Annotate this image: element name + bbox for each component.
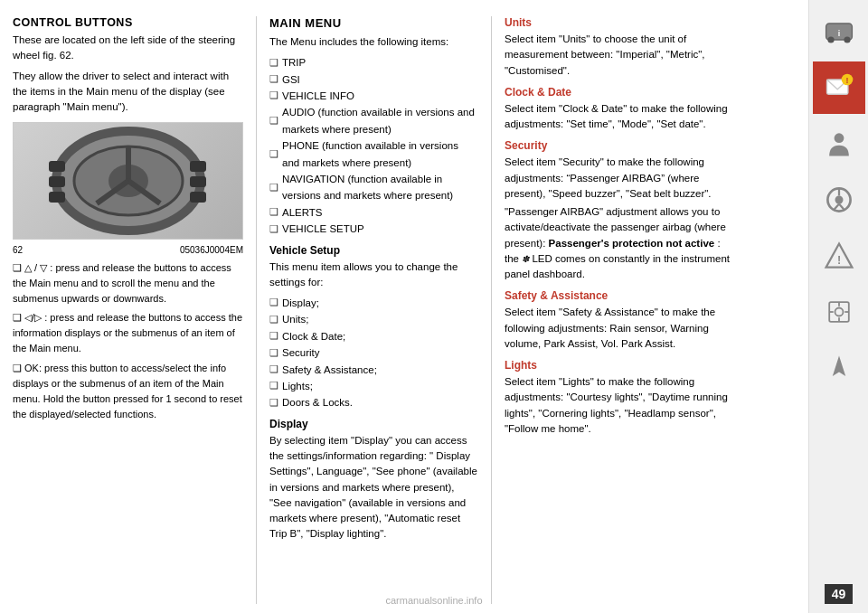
sidebar-icon-car-info[interactable]: i — [813, 5, 865, 58]
sidebar-icon-message[interactable]: ! — [813, 61, 865, 114]
steering-wheel-image — [13, 122, 243, 240]
sidebar-icon-navigation[interactable] — [813, 342, 865, 394]
clock-heading: Clock & Date — [505, 86, 736, 99]
menu-item-alerts: ❑ALERTS — [269, 204, 478, 221]
vehicle-setup-title: Vehicle Setup — [269, 244, 478, 257]
left-title: CONTROL BUTTONS — [13, 16, 243, 29]
sidebar-icon-warning[interactable]: ! — [813, 230, 865, 282]
caption-right: 05036J0004EM — [180, 245, 243, 255]
sidebar-icon-steering[interactable] — [813, 174, 865, 226]
left-para-1: These are located on the left side of th… — [13, 33, 243, 64]
menu-item-vehicle-setup: ❑VEHICLE SETUP — [269, 221, 478, 237]
menu-item-vehicle-info: ❑VEHICLE INFO — [269, 88, 478, 104]
symbol-ok: ❑ OK: press this button to access/select… — [13, 361, 243, 422]
clock-text: Select item "Clock & Date" to make the f… — [505, 101, 736, 133]
menu-item-gsi: ❑GSI — [269, 71, 478, 88]
menu-intro: The Menu includes the following items: — [269, 34, 478, 50]
page-number: 49 — [825, 584, 854, 604]
menu-item-audio: ❑AUDIO (function available in versions a… — [269, 104, 478, 137]
vs-units: ❑Units; — [269, 311, 478, 327]
safety-heading: Safety & Assistance — [505, 289, 736, 302]
svg-point-21 — [835, 196, 843, 204]
svg-text:i: i — [837, 29, 840, 38]
left-para-2: They allow the driver to select and inte… — [13, 69, 243, 116]
safety-text: Select item "Safety & Assistance" to mak… — [505, 305, 736, 352]
symbol-left-right: ❑ ◁/▷ : press and release the buttons to… — [13, 310, 243, 356]
vs-doors: ❑Doors & Locks. — [269, 394, 478, 410]
vs-display: ❑Display; — [269, 295, 478, 311]
display-text: By selecting item "Display" you can acce… — [269, 433, 478, 542]
sidebar: i ! ! — [808, 0, 868, 613]
caption-left: 62 — [13, 245, 23, 255]
svg-line-23 — [833, 204, 838, 211]
lights-heading: Lights — [505, 359, 736, 372]
svg-point-19 — [834, 133, 844, 143]
image-caption: 62 05036J0004EM — [13, 245, 243, 255]
svg-point-28 — [835, 308, 843, 316]
svg-rect-10 — [190, 176, 206, 187]
symbol-up-down: ❑ △ / ▽ : press and release the buttons … — [13, 260, 243, 306]
menu-item-navigation: ❑NAVIGATION (function available in versi… — [269, 171, 478, 204]
security-text-1: Select item "Security" to make the follo… — [505, 155, 736, 202]
svg-text:!: ! — [845, 76, 848, 85]
svg-rect-11 — [190, 192, 206, 203]
svg-text:!: ! — [836, 254, 840, 267]
vs-safety: ❑Safety & Assistance; — [269, 362, 478, 378]
svg-rect-6 — [49, 161, 65, 172]
units-heading: Units — [505, 16, 736, 29]
lights-text: Select item "Lights" to make the followi… — [505, 374, 736, 437]
display-title: Display — [269, 418, 478, 430]
vs-security: ❑Security — [269, 344, 478, 361]
menu-item-phone: ❑PHONE (function available in versions a… — [269, 137, 478, 171]
security-heading: Security — [505, 139, 736, 152]
right-column: Units Select item "Units" to choose the … — [492, 16, 736, 604]
menu-items-list: ❑TRIP ❑GSI ❑VEHICLE INFO ❑AUDIO (functio… — [269, 54, 478, 237]
svg-rect-9 — [190, 161, 206, 172]
vs-lights: ❑Lights; — [269, 378, 478, 394]
steering-wheel-svg — [38, 127, 219, 235]
svg-rect-8 — [49, 192, 65, 203]
svg-point-13 — [827, 36, 834, 42]
vs-clock: ❑Clock & Date; — [269, 328, 478, 344]
vehicle-setup-intro: This menu item allows you to change the … — [269, 259, 478, 291]
main-menu-title: MAIN MENU — [269, 16, 478, 30]
middle-column: MAIN MENU The Menu includes the followin… — [257, 16, 492, 604]
security-text-2: "Passenger AIRBAG" adjustment allows you… — [505, 204, 736, 282]
sidebar-icon-driver[interactable] — [813, 118, 865, 170]
sidebar-icon-settings[interactable] — [813, 286, 865, 338]
menu-item-trip: ❑TRIP — [269, 54, 478, 71]
svg-point-14 — [844, 36, 850, 42]
page-number-area: 49 — [825, 396, 854, 609]
left-column: CONTROL BUTTONS These are located on the… — [13, 16, 257, 604]
svg-line-24 — [839, 204, 844, 211]
units-text: Select item "Units" to choose the unit o… — [505, 32, 736, 79]
svg-rect-7 — [49, 176, 65, 187]
image-placeholder — [14, 123, 242, 239]
watermark: carmanualsonline.info — [385, 595, 482, 606]
vehicle-setup-list: ❑Display; ❑Units; ❑Clock & Date; ❑Securi… — [269, 295, 478, 411]
